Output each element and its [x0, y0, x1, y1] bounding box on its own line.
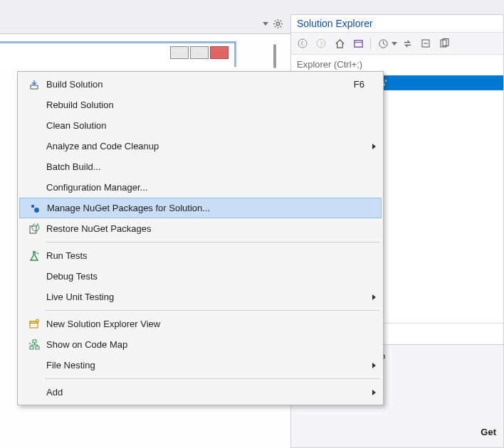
menu-label: Add: [46, 387, 364, 398]
menu-label: Configuration Manager...: [46, 182, 364, 193]
svg-line-7: [275, 26, 276, 28]
collapse-icon: [421, 38, 431, 48]
svg-line-6: [280, 26, 282, 28]
sync-button[interactable]: [399, 36, 416, 51]
menu-item[interactable]: Live Unit Testing: [19, 287, 382, 307]
arrow-left-icon: [298, 38, 308, 48]
menu-separator: [45, 378, 380, 379]
sync-icon: [402, 38, 413, 49]
svg-point-9: [298, 39, 307, 48]
menu-item[interactable]: Rebuild Solution: [19, 95, 382, 115]
props-bottom-label: Get: [481, 427, 496, 437]
new-window-icon: [22, 319, 46, 330]
splitter-handle[interactable]: [273, 44, 276, 68]
menu-item[interactable]: Add: [19, 382, 382, 402]
show-all-files-button[interactable]: [436, 36, 453, 51]
menu-label: Restore NuGet Packages: [46, 223, 364, 234]
menu-label: New Solution Explorer View: [46, 319, 364, 329]
svg-rect-26: [30, 346, 33, 349]
maximize-button[interactable]: [190, 46, 209, 59]
home-icon: [335, 38, 345, 49]
menu-separator: [45, 310, 380, 311]
chevron-down-icon[interactable]: [392, 42, 397, 46]
svg-rect-18: [31, 85, 38, 89]
menu-label: File Nesting: [46, 360, 364, 370]
designer-surface-peek: [0, 41, 236, 67]
chevron-down-icon: [263, 22, 268, 26]
toolbar-separator: [370, 37, 371, 50]
chevron-right-icon: [372, 363, 376, 368]
svg-point-10: [317, 39, 325, 48]
menu-label: Batch Build...: [46, 161, 364, 172]
menu-item[interactable]: New Solution Explorer View: [19, 314, 382, 334]
svg-line-8: [280, 21, 282, 22]
close-button[interactable]: [210, 46, 229, 59]
menu-item[interactable]: Analyze and Code Cleanup: [19, 136, 382, 156]
toolbar-overflow[interactable]: [263, 18, 283, 29]
menu-item[interactable]: Restore NuGet Packages: [19, 218, 382, 239]
svg-point-19: [31, 204, 34, 207]
nav-forward-button[interactable]: [313, 36, 330, 51]
nuget-icon: [23, 203, 47, 214]
menu-item[interactable]: +Show on Code Map: [19, 334, 382, 355]
svg-rect-25: [33, 340, 36, 343]
svg-rect-11: [354, 40, 362, 46]
menu-label: Build Solution: [46, 79, 354, 90]
flask-icon: [22, 250, 46, 262]
nav-back-button[interactable]: [294, 36, 311, 51]
views-icon: [353, 38, 364, 49]
home-button[interactable]: [331, 36, 348, 51]
solution-context-menu: Build SolutionF6Rebuild SolutionClean So…: [17, 71, 384, 405]
svg-line-5: [275, 21, 276, 22]
menu-item[interactable]: Clean Solution: [19, 115, 382, 136]
menu-item[interactable]: Run Tests: [19, 245, 382, 266]
window-controls: [170, 46, 229, 59]
files-icon: [439, 38, 449, 48]
menu-item[interactable]: Manage NuGet Packages for Solution...: [19, 198, 382, 218]
menu-item[interactable]: File Nesting: [19, 355, 382, 375]
arrow-right-icon: [316, 38, 326, 48]
gear-icon: [273, 18, 283, 29]
collapse-all-button[interactable]: [417, 36, 434, 51]
menu-shortcut: F6: [354, 79, 364, 90]
menu-separator: [45, 242, 380, 242]
menu-label: Run Tests: [46, 250, 364, 261]
restore-icon: [22, 223, 46, 235]
menu-item[interactable]: Batch Build...: [19, 156, 382, 177]
solution-explorer-toolbar: [291, 33, 503, 55]
menu-item[interactable]: Configuration Manager...: [19, 177, 382, 198]
menu-label: Rebuild Solution: [46, 100, 364, 110]
menu-item[interactable]: Debug Tests: [19, 266, 382, 287]
panel-title: Solution Explorer: [291, 15, 503, 33]
chevron-right-icon: [372, 144, 376, 149]
svg-point-0: [276, 22, 280, 26]
menu-label: Manage NuGet Packages for Solution...: [47, 203, 364, 213]
menu-label: Debug Tests: [46, 271, 364, 282]
chevron-right-icon: [372, 390, 376, 395]
menu-item[interactable]: Build SolutionF6: [19, 74, 382, 95]
menu-label: Analyze and Code Cleanup: [46, 141, 364, 151]
minimize-button[interactable]: [170, 46, 189, 59]
svg-text:+: +: [28, 341, 31, 346]
svg-point-24: [36, 319, 39, 322]
menu-label: Live Unit Testing: [46, 292, 364, 302]
menu-label: Clean Solution: [46, 120, 364, 131]
build-icon: [22, 79, 46, 90]
chevron-right-icon: [372, 294, 376, 300]
svg-rect-27: [36, 346, 39, 349]
svg-point-20: [34, 208, 39, 213]
switch-views-button[interactable]: [350, 36, 367, 51]
pending-changes-filter-button[interactable]: [374, 36, 392, 51]
menu-label: Show on Code Map: [46, 339, 364, 350]
codemap-icon: +: [22, 339, 46, 351]
clock-icon: [378, 38, 389, 49]
